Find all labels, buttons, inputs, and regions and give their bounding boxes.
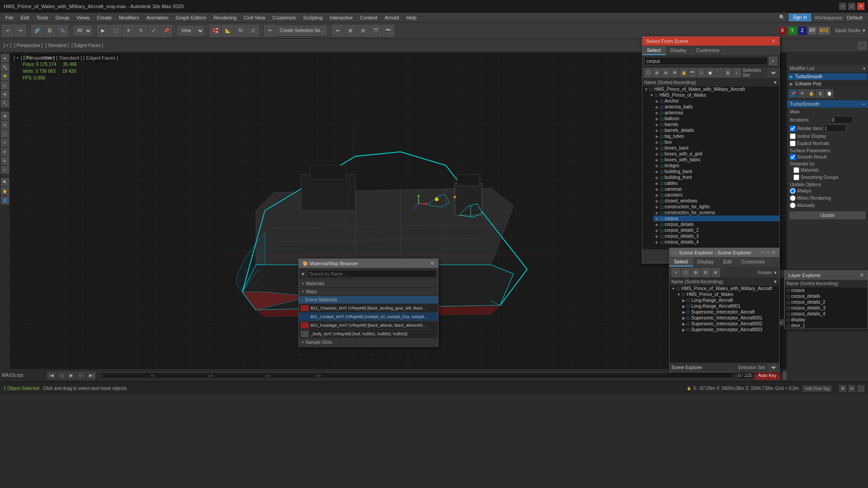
menu-graph-editors[interactable]: Graph Editors <box>172 14 210 21</box>
tree-corpus-details-4[interactable]: ◈ ◻ corpus_details_4 <box>653 239 779 245</box>
se-long-range-001[interactable]: ▶ ⬡ Long-Range_Aircraft001 <box>680 303 779 309</box>
tree-cameras[interactable]: ◈ ◻ cameras <box>653 186 779 192</box>
tree-construction-screens[interactable]: ◈ ◻ construction_for_screens <box>653 210 779 216</box>
scene-tb-btn5[interactable]: 🔒 <box>679 68 688 77</box>
se-tb-btn4[interactable]: ⊕ <box>711 268 720 277</box>
close-scene-btn[interactable]: ✕ <box>771 249 776 256</box>
zoom-extent-btn[interactable]: ⊞ <box>839 385 846 392</box>
scene-search-btn[interactable]: × <box>769 56 778 66</box>
menu-create[interactable]: Create <box>93 14 115 21</box>
undo-button[interactable]: ↩ <box>2 25 14 37</box>
y-axis-button[interactable]: Y <box>788 26 797 35</box>
render2-button[interactable]: 📷 <box>382 25 394 37</box>
scene-tb-btn7[interactable]: ◻ <box>698 68 706 77</box>
layer-display[interactable]: ◻ display <box>785 317 868 323</box>
tree-bridges[interactable]: ◈ ◻ bridges <box>653 163 779 169</box>
material-browser-header[interactable]: 🎨 Material/Map Browser ✕ <box>299 259 438 268</box>
scene-tb-btn9[interactable]: ⬛ <box>715 68 723 77</box>
unlink-button[interactable]: ⛓ <box>44 25 56 37</box>
scene-tb-btn8[interactable]: ◼ <box>706 68 714 77</box>
layer-corpus-details-3[interactable]: ◻ corpus_details_3 <box>785 305 868 311</box>
modify-panel-btn[interactable]: 🔧 <box>1 63 9 71</box>
se-select-tab[interactable]: Select <box>670 258 693 267</box>
layer-tree[interactable]: ◻ corpus ◻ corpus_details ◻ corpus_detai… <box>785 287 868 328</box>
display-panel-btn[interactable]: 👁 <box>1 90 9 99</box>
display-tab[interactable]: Display <box>666 46 692 55</box>
always-radio[interactable] <box>790 188 796 194</box>
se-supersonic-002[interactable]: ▶ ⬡ Supersonic_Interceptor_Aircraft002 <box>680 321 779 327</box>
mat-section-materials[interactable]: + Materials <box>299 280 438 288</box>
tree-anchor[interactable]: ◈ ◻ Anchor <box>653 98 779 104</box>
selection-set-combo[interactable] <box>768 69 778 77</box>
max-viewport-btn[interactable]: ⬚ <box>857 385 864 392</box>
tree-corpus-details-2[interactable]: ◈ ◻ corpus_details_2 <box>653 227 779 233</box>
tree-hms[interactable]: ▼ ⬡ HMS_Prince_of_Wales <box>648 92 779 98</box>
angle-snap-button[interactable]: 📐 <box>222 25 234 37</box>
select-lasso-btn[interactable]: ⌖ <box>1 139 9 147</box>
menu-arnold[interactable]: Arnold <box>381 14 403 21</box>
mat-section-scene[interactable]: - Scene Materials <box>299 296 438 304</box>
se-tb-x-btn[interactable]: × <box>671 268 680 277</box>
pan-btn[interactable]: ✋ <box>1 187 9 195</box>
modifier-show-btn[interactable]: 👁 <box>798 89 806 98</box>
mat-item-4[interactable]: _body_MAT (VRayMtl) [hull, hull001, hull… <box>299 330 438 338</box>
prev-frame-btn[interactable]: |◀ <box>47 371 56 380</box>
tree-closed-windows[interactable]: ◈ ◻ closed_windows <box>653 198 779 204</box>
link-button[interactable]: 🔗 <box>31 25 43 37</box>
hierarchy-panel-btn[interactable]: 🌳 <box>1 72 9 80</box>
select-region-button[interactable]: ⬚ <box>110 25 122 37</box>
tree-boxes-fabric[interactable]: ◈ ◻ boxes_with_fabric <box>653 157 779 163</box>
auto-key-button[interactable]: Auto Key <box>755 371 780 380</box>
xy-axis-button[interactable]: XY <box>808 26 817 35</box>
select-button[interactable]: ▶ <box>97 25 109 37</box>
tree-boxes-grid[interactable]: ◈ ◻ boxes_with_a_grid <box>653 151 779 157</box>
xyz-all-button[interactable]: XYZ <box>818 26 830 35</box>
update-button[interactable]: Update <box>790 211 865 219</box>
menu-rendering[interactable]: Rendering <box>210 14 241 21</box>
menu-scripting[interactable]: Scripting <box>300 14 326 21</box>
menu-file[interactable]: File <box>2 14 17 21</box>
tree-root[interactable]: ▼ ⬡ HMS_Prince_of_Wales_with_Military_Ai… <box>642 86 779 92</box>
materials-checkbox[interactable] <box>793 167 799 173</box>
utilities-panel-btn[interactable]: 🔨 <box>1 99 9 108</box>
se-tb-btn1[interactable]: ⬡ <box>681 268 690 277</box>
se-edit-tab[interactable]: Edit <box>719 258 737 267</box>
menu-edit[interactable]: Edit <box>17 14 33 21</box>
render-button[interactable]: 🎬 <box>370 25 382 37</box>
orbit-btn[interactable]: 🌀 <box>1 196 9 204</box>
tree-building-front[interactable]: ◈ ◻ building_front <box>653 174 779 180</box>
tree-barrels-details[interactable]: ◈ ◻ barrels_details <box>653 127 779 133</box>
create-panel-btn[interactable]: ✦ <box>1 54 9 62</box>
mat-item-1[interactable]: B21_Chassiss_MAT (VRayMtl) [Back_landing… <box>299 304 438 313</box>
edit-named-button[interactable]: ✏ <box>264 25 276 37</box>
mat-item-3[interactable]: B21_Fuselage_MAT (VRayMtl) [Back_aileron… <box>299 321 438 330</box>
render-iters-checkbox[interactable] <box>790 126 796 131</box>
zoom-all-btn[interactable]: ⊟ <box>848 385 855 392</box>
scene-tb-btn3[interactable]: ⊗ <box>662 68 670 77</box>
create-selection-button[interactable]: Create Selection Se... <box>277 26 327 36</box>
close-layer-btn[interactable]: ✕ <box>859 272 864 278</box>
when-rendering-radio[interactable] <box>790 195 796 201</box>
modifier-lock-btn[interactable]: 🔒 <box>807 89 815 98</box>
explicit-normals-checkbox[interactable] <box>790 141 796 146</box>
bind-button[interactable]: 📎 <box>57 25 68 37</box>
minimize-scene-btn[interactable]: ─ <box>761 249 765 256</box>
tree-canisters[interactable]: ◈ ◻ canisters <box>653 192 779 198</box>
motion-panel-btn[interactable]: ▷ <box>1 81 9 89</box>
se-supersonic[interactable]: ▶ ⬡ Supersonic_Interceptor_Aircraft <box>680 309 779 315</box>
modifier-editablepoly[interactable]: ▶ Editable Poly <box>788 80 867 88</box>
select-obj-btn[interactable]: ◈ <box>1 112 9 120</box>
se-supersonic-003[interactable]: ▶ ⬡ Supersonic_Interceptor_Aircraft003 <box>680 327 779 333</box>
layer-corpus-details[interactable]: ◻ corpus_details <box>785 293 868 299</box>
menu-tools[interactable]: Tools <box>33 14 52 21</box>
se-display-tab[interactable]: Display <box>693 258 719 267</box>
tree-big-tubes[interactable]: ◈ ◻ big_tubes <box>653 133 779 139</box>
se-supersonic-001[interactable]: ▶ ⬡ Supersonic_Interceptor_Aircraft001 <box>680 315 779 321</box>
menu-customize[interactable]: Customize <box>269 14 300 21</box>
select-from-scene-header[interactable]: Select From Scene ✕ <box>642 37 779 46</box>
scene-tb-btn1[interactable]: ⬡ <box>644 68 652 77</box>
menu-views[interactable]: Views <box>73 14 93 21</box>
scene-tb-btn2[interactable]: ⊕ <box>653 68 661 77</box>
menu-modifiers[interactable]: Modifiers <box>115 14 143 21</box>
modifier-pin-btn[interactable]: 📌 <box>789 89 797 98</box>
